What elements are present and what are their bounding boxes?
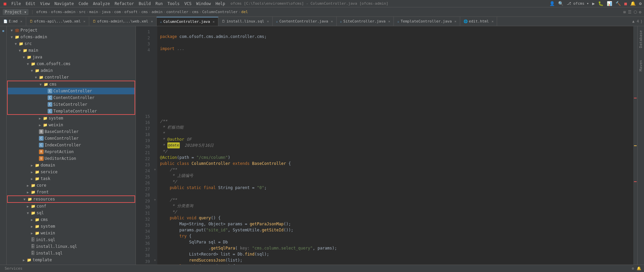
tree-item-base-controller[interactable]: B BaseController: [7, 128, 136, 135]
menu-vcs[interactable]: VCS: [182, 1, 194, 7]
path-controller[interactable]: controller: [166, 10, 188, 14]
tree-item-sql[interactable]: ▼ 📁 sql: [7, 210, 136, 216]
menu-refactor[interactable]: Refactor: [113, 1, 136, 7]
code-body[interactable]: package com.ofsoft.cms.admin.controller.…: [157, 26, 633, 265]
tab-content-controller[interactable]: ☕ ContentController.java ✕: [273, 17, 337, 26]
path-column-controller[interactable]: ColumnController: [202, 10, 238, 14]
path-main[interactable]: main: [89, 10, 98, 14]
run-icon[interactable]: ▶: [591, 1, 596, 6]
fold-arrow-29[interactable]: ▼: [153, 197, 157, 203]
tree-item-com-ofsoft-cms[interactable]: ▼ 📁 com.ofsoft.cms: [7, 60, 136, 67]
tab-content-controller-close[interactable]: ✕: [331, 19, 333, 23]
path-ofsoft[interactable]: ofsoft: [124, 10, 138, 14]
project-panel-icon[interactable]: ◼: [1, 28, 5, 34]
tab-emd-close[interactable]: ✕: [20, 19, 22, 23]
tree-item-init-sql[interactable]: 🗄 init.sql: [7, 236, 136, 243]
tree-item-ueditor-action[interactable]: U UeditorAction: [7, 155, 136, 162]
tree-item-install-linux-sql[interactable]: 🗄 install.linux.sql: [7, 243, 136, 250]
tree-item-service[interactable]: ▶ 📁 service: [7, 169, 136, 175]
vcs-label[interactable]: ⎇ ofcms ▾: [566, 1, 590, 6]
run-with-coverage-icon[interactable]: 📊: [606, 1, 613, 6]
notifications-icon[interactable]: 🔔: [629, 1, 637, 6]
tree-item-template[interactable]: ▶ 📁 template: [7, 257, 136, 263]
tab-scroll-icon[interactable]: ⟩: [640, 19, 643, 24]
expand-icon[interactable]: ⊞: [624, 10, 626, 14]
path-com[interactable]: com: [114, 10, 121, 14]
tree-item-ofcms-admin[interactable]: ▼ 📁 ofcms-admin: [7, 34, 136, 40]
path-ofcms[interactable]: ofcms: [36, 10, 47, 14]
tab-template-controller[interactable]: ☕ TemplateController.java ✕: [394, 17, 460, 26]
fold-arrow-24[interactable]: ▼: [153, 167, 157, 173]
tab-web-xml-api[interactable]: 🗒 ofcms-api\...\web.xml ✕: [26, 17, 89, 26]
tab-edit-html[interactable]: 🌐 edit.html ✕: [460, 17, 497, 26]
tree-item-sql-cms[interactable]: ▶ 📁 cms: [7, 216, 136, 223]
tab-web-xml-admin-close[interactable]: ✕: [151, 19, 153, 23]
menu-edit[interactable]: Edit: [24, 1, 38, 7]
tab-web-xml-admin[interactable]: 🗒 ofcms-admin\...\web.xml ✕: [89, 17, 157, 26]
tab-column-controller-close[interactable]: ✕: [213, 20, 215, 24]
path-ofcms-admin[interactable]: ofcms-admin: [51, 10, 75, 14]
tree-item-sql-weixin[interactable]: ▶ 📁 weixin: [7, 230, 136, 236]
tree-item-project[interactable]: ▼ 💼 Project: [7, 27, 136, 34]
path-del[interactable]: del: [241, 10, 248, 14]
tree-item-core[interactable]: ▶ 📁 core: [7, 182, 136, 189]
tree-item-template-controller[interactable]: C TemplateController: [7, 108, 135, 115]
tab-column-controller[interactable]: ☕ ColumnController.java ✕: [157, 17, 218, 26]
tree-item-weixin-ctrl[interactable]: ▶ 📁 weixin: [7, 122, 136, 128]
path-src[interactable]: src: [79, 10, 86, 14]
tab-install-sql-close[interactable]: ✕: [267, 19, 269, 23]
menu-file[interactable]: File: [9, 1, 23, 7]
tree-item-install-sql[interactable]: 🗄 install.sql: [7, 250, 136, 257]
build-icon[interactable]: 🔨: [614, 1, 622, 6]
stop-icon[interactable]: ■: [623, 1, 628, 6]
tree-item-system-ctrl[interactable]: ▶ 📁 system: [7, 115, 136, 122]
path-cms2[interactable]: cms: [192, 10, 199, 14]
menu-build[interactable]: Build: [137, 1, 153, 7]
debug-icon[interactable]: 🐛: [597, 1, 604, 6]
tree-item-conf[interactable]: ▶ 📁 conf: [7, 203, 136, 210]
tree-item-main[interactable]: ▼ 📁 main: [7, 47, 136, 54]
tree-item-java[interactable]: ▼ 📁 java: [7, 54, 136, 60]
tree-item-column-controller[interactable]: C ColumnController: [7, 88, 135, 94]
tree-item-comn-controller[interactable]: C ComnController: [7, 135, 136, 142]
tree-item-cms-folder[interactable]: ▼ 📁 cms: [7, 81, 135, 88]
notification-icon-bottom[interactable]: 🔔: [637, 266, 641, 271]
tree-item-reprot-action[interactable]: R ReprotAction: [7, 148, 136, 155]
settings-icon[interactable]: ⚙: [638, 1, 643, 6]
tree-item-sql-system[interactable]: ▶ 📁 system: [7, 223, 136, 230]
tab-site-controller[interactable]: ☕ SiteController.java ✕: [337, 17, 394, 26]
tree-item-site-controller[interactable]: C SiteController: [7, 101, 135, 108]
path-java[interactable]: java: [102, 10, 111, 14]
menu-code[interactable]: Code: [76, 1, 90, 7]
path-cms[interactable]: cms: [141, 10, 148, 14]
fold-arrow-40[interactable]: ▼: [153, 257, 157, 263]
tree-item-index-controller[interactable]: C IndexController: [7, 142, 136, 148]
menu-view[interactable]: View: [38, 1, 52, 7]
services-button[interactable]: Services: [3, 266, 24, 271]
tree-item-admin[interactable]: ▼ 📁 admin: [7, 67, 136, 74]
tree-item-resources[interactable]: ▼ 📁 resources: [7, 196, 135, 202]
tab-site-controller-close[interactable]: ✕: [388, 19, 390, 23]
tree-item-content-controller[interactable]: C ContentController: [7, 94, 135, 101]
tree-item-controller[interactable]: ▼ 📁 controller: [7, 74, 136, 81]
tab-edit-html-close[interactable]: ✕: [491, 19, 493, 23]
collapse-icon[interactable]: ⬡: [634, 10, 637, 14]
tree-item-front[interactable]: ▶ 📁 front: [7, 189, 136, 195]
menu-help[interactable]: Help: [213, 1, 227, 7]
tab-emd[interactable]: 📄 E:md ✕: [0, 17, 26, 26]
tree-item-domain[interactable]: ▶ 📁 domain: [7, 162, 136, 169]
menu-navigate[interactable]: Navigate: [52, 1, 76, 7]
menu-run[interactable]: Run: [154, 1, 165, 7]
search-everywhere-icon[interactable]: 🔍: [557, 1, 565, 6]
project-tab[interactable]: Project ▾: [3, 9, 29, 15]
menu-analyze[interactable]: Analyze: [91, 1, 112, 7]
database-label[interactable]: Database: [638, 28, 644, 51]
maven-label[interactable]: Maven: [638, 57, 644, 74]
tab-web-xml-api-close[interactable]: ✕: [84, 19, 86, 23]
sort-icon[interactable]: ☰: [628, 10, 632, 14]
menu-tools[interactable]: Tools: [165, 1, 181, 7]
tab-template-controller-close[interactable]: ✕: [454, 19, 457, 23]
tree-item-src[interactable]: ▼ 📁 src: [7, 40, 136, 47]
path-admin[interactable]: admin: [152, 10, 163, 14]
tab-install-sql[interactable]: 🗒 install.linux.sql ✕: [218, 17, 273, 26]
